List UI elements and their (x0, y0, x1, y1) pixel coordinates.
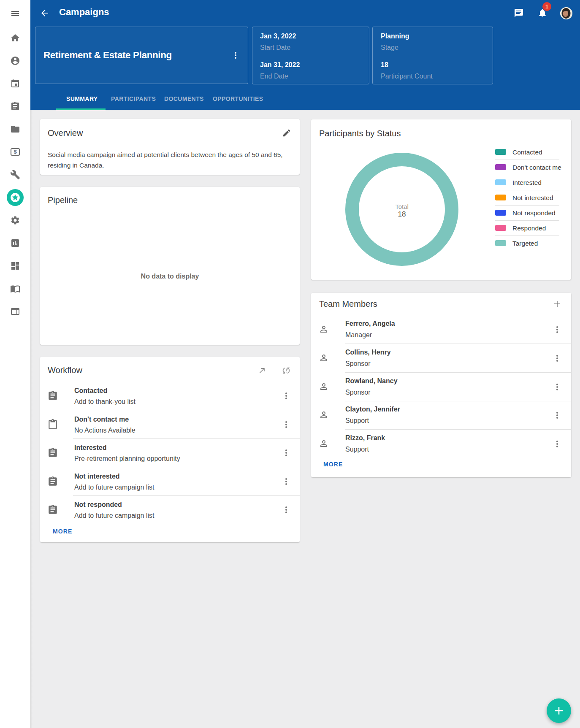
svg-text:$: $ (14, 149, 17, 155)
